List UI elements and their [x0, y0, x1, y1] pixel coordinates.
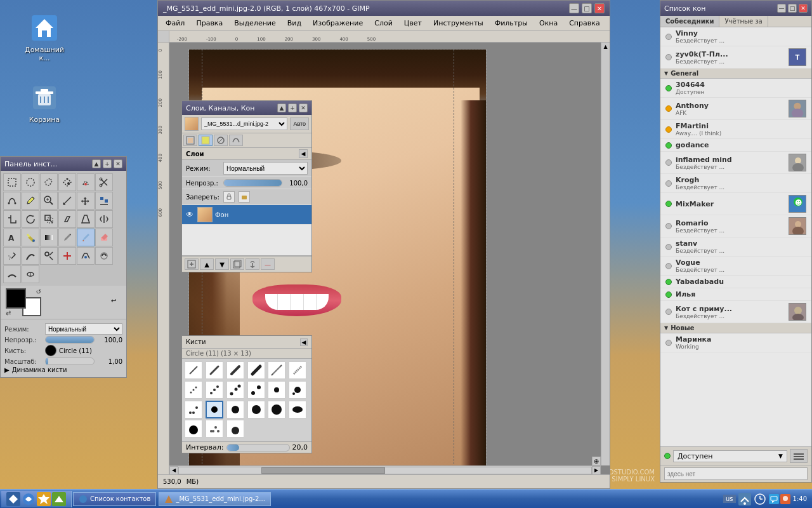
- reset-colors-btn[interactable]: ↺: [36, 288, 41, 295]
- toolbox-add-btn[interactable]: +: [103, 159, 112, 168]
- tool-perspective-clone[interactable]: [77, 247, 95, 265]
- start-button[interactable]: [1, 491, 72, 507]
- canvas-vscrollbar[interactable]: ▲: [601, 43, 610, 465]
- dynamics-row[interactable]: ▶ Динамика кисти: [4, 366, 122, 373]
- tool-bucket-fill[interactable]: [22, 229, 39, 246]
- contact-vinny[interactable]: Vinny Бездействует ...: [660, 27, 811, 46]
- tray-messenger-icons[interactable]: [769, 494, 790, 504]
- contact-godance[interactable]: godance: [660, 139, 811, 152]
- tool-flip[interactable]: [95, 210, 113, 228]
- alpha-icon[interactable]: [214, 135, 228, 146]
- locale-indicator[interactable]: us: [723, 495, 736, 503]
- menu-edit[interactable]: Правка: [191, 18, 228, 29]
- status-dropdown[interactable]: Доступен ▼: [673, 450, 787, 462]
- menu-windows[interactable]: Окна: [534, 18, 563, 29]
- tool-free-select[interactable]: [40, 173, 58, 191]
- menu-filters[interactable]: Фильтры: [490, 18, 533, 29]
- tool-smudge[interactable]: [3, 265, 21, 283]
- contacts-search-input[interactable]: [664, 467, 808, 480]
- brush-item-10[interactable]: [247, 381, 265, 399]
- menu-file[interactable]: Файл: [160, 18, 190, 29]
- layer-duplicate-btn[interactable]: [230, 258, 244, 270]
- layer-opacity-slider[interactable]: [223, 179, 282, 187]
- brush-item-3[interactable]: [226, 361, 244, 379]
- contact-inflamed-mind[interactable]: inflamed mind Бездействует ...: [660, 152, 811, 174]
- layer-eye-btn[interactable]: 👁: [185, 210, 195, 220]
- taskbar-icon-1[interactable]: [6, 492, 20, 506]
- brush-item-11[interactable]: [268, 381, 285, 399]
- layers-close-btn[interactable]: ✕: [299, 104, 308, 112]
- mode-select[interactable]: Нормальный: [45, 323, 122, 335]
- brushes-collapse-btn[interactable]: ◀: [300, 338, 308, 346]
- layers-up-btn[interactable]: ▲: [277, 104, 286, 112]
- quick-color-reset[interactable]: ↩: [111, 297, 121, 307]
- contact-kot[interactable]: Кот с приму... Бездействует ...: [660, 301, 811, 323]
- brush-item-circle-11[interactable]: [206, 401, 223, 418]
- layer-active-icon[interactable]: [199, 135, 213, 146]
- contact-stanv[interactable]: stanv Бездействует ...: [660, 237, 811, 257]
- image-select[interactable]: _MG_5531...d_mini.jpg-2: [201, 117, 287, 130]
- auto-btn[interactable]: Авто: [290, 117, 309, 130]
- group-general[interactable]: ▼ General: [660, 69, 811, 79]
- menu-layer[interactable]: Слой: [369, 18, 398, 29]
- tool-dodge-burn[interactable]: [22, 265, 39, 283]
- tray-clock-icon[interactable]: [754, 493, 766, 505]
- scroll-right-btn[interactable]: ▶: [592, 466, 601, 475]
- contact-marinka[interactable]: Маринка Working: [660, 333, 811, 352]
- tool-eraser[interactable]: [95, 229, 113, 246]
- scale-slider[interactable]: [45, 358, 95, 365]
- canvas-hscrollbar[interactable]: ◀ ▶: [169, 465, 601, 474]
- layer-up-btn[interactable]: ▲: [200, 258, 214, 270]
- tool-color-picker[interactable]: [22, 192, 39, 210]
- gimp-minimize-btn[interactable]: —: [569, 3, 579, 13]
- tab-contacts[interactable]: Собеседники: [660, 16, 719, 27]
- brush-item-13[interactable]: [185, 401, 202, 418]
- desktop-icon-trash[interactable]: Корзина: [19, 83, 70, 124]
- brush-item-1[interactable]: [185, 361, 202, 379]
- contact-304644[interactable]: 304644 Доступен: [660, 79, 811, 98]
- brush-item-18[interactable]: [289, 401, 306, 418]
- menu-color[interactable]: Цвет: [399, 18, 427, 29]
- menu-tools[interactable]: Инструменты: [428, 18, 488, 29]
- brush-item-6[interactable]: [289, 361, 306, 379]
- tool-measure[interactable]: [58, 192, 76, 210]
- scroll-up-btn[interactable]: ▲: [603, 44, 607, 50]
- path-icon[interactable]: [229, 135, 243, 146]
- brush-item-15[interactable]: [226, 401, 244, 418]
- contact-yabadabadu[interactable]: Yabadabadu: [660, 276, 811, 288]
- brush-item-2[interactable]: [206, 361, 223, 379]
- scroll-thumb[interactable]: [261, 467, 385, 474]
- scroll-track[interactable]: [178, 467, 592, 474]
- brush-item-9[interactable]: [226, 381, 244, 399]
- tool-rect-select[interactable]: [3, 173, 21, 191]
- taskbar-icon-3[interactable]: [37, 492, 51, 506]
- tool-paths[interactable]: [3, 192, 21, 210]
- task-contacts[interactable]: Список контактов: [73, 492, 156, 506]
- menu-view[interactable]: Вид: [282, 18, 306, 29]
- layer-mode-select[interactable]: Нормальный: [223, 162, 308, 175]
- contact-krogh[interactable]: Krogh Бездействует ...: [660, 174, 811, 193]
- tool-blur-sharpen[interactable]: [95, 247, 113, 265]
- layer-delete-btn[interactable]: —: [261, 258, 275, 270]
- tool-ellipse-select[interactable]: [22, 173, 39, 191]
- tool-scale[interactable]: [40, 210, 58, 228]
- tool-rotate[interactable]: [22, 210, 39, 228]
- brush-item-20[interactable]: [206, 420, 223, 438]
- gimp-maximize-btn[interactable]: □: [582, 3, 592, 13]
- tool-text[interactable]: A: [3, 229, 21, 246]
- tab-accounts[interactable]: Учётные за: [719, 16, 768, 27]
- tool-crop[interactable]: [3, 210, 21, 228]
- toolbox-close-btn[interactable]: ✕: [114, 159, 122, 168]
- layer-anchor-btn[interactable]: [246, 258, 259, 270]
- menu-select[interactable]: Выделение: [229, 18, 281, 29]
- desktop-icon-home[interactable]: Домашний к...: [19, 13, 70, 62]
- opacity-slider[interactable]: [45, 336, 95, 344]
- tool-select-by-color[interactable]: [77, 173, 95, 191]
- task-gimp[interactable]: _MG_5531_edd_mini.jpg-2...: [159, 492, 270, 506]
- tool-pencil[interactable]: [58, 229, 76, 246]
- contacts-options-btn[interactable]: [790, 449, 808, 463]
- contact-romario[interactable]: Romario Бездействует ...: [660, 215, 811, 237]
- contacts-close-btn[interactable]: ✕: [799, 4, 808, 13]
- interval-slider[interactable]: [226, 444, 290, 451]
- contact-ilya[interactable]: Илья: [660, 288, 811, 301]
